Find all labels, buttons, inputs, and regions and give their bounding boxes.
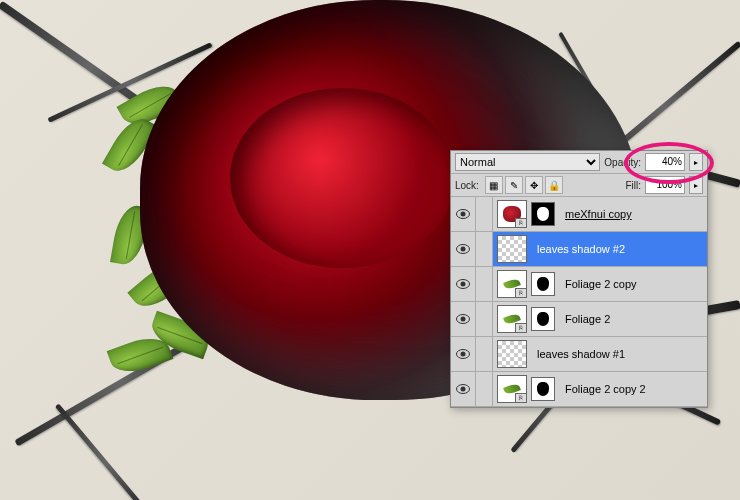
opacity-flyout-icon[interactable]: ▸ bbox=[689, 153, 703, 171]
lock-fill-row: Lock: ▦ ✎ ✥ 🔒 Fill: 100% ▸ bbox=[451, 174, 707, 197]
layer-row[interactable]: ⎘meXfnui copy bbox=[451, 197, 707, 232]
svg-point-9 bbox=[461, 352, 466, 357]
layer-thumbnail[interactable]: ⎘ bbox=[497, 375, 527, 403]
svg-point-1 bbox=[461, 212, 466, 217]
layer-row[interactable]: ⎘Foliage 2 bbox=[451, 302, 707, 337]
svg-point-7 bbox=[461, 317, 466, 322]
visibility-eye-icon[interactable] bbox=[451, 232, 476, 266]
lock-transparency-icon[interactable]: ▦ bbox=[485, 176, 503, 194]
layer-mask-thumbnail[interactable] bbox=[531, 202, 555, 226]
layer-badge-icon: ⎘ bbox=[515, 218, 527, 228]
fill-value-field[interactable]: 100% bbox=[645, 176, 685, 194]
layer-badge-icon: ⎘ bbox=[515, 323, 527, 333]
layer-badge-icon: ⎘ bbox=[515, 393, 527, 403]
layer-mask-thumbnail[interactable] bbox=[531, 272, 555, 296]
layer-thumbnails: ⎘ bbox=[493, 305, 559, 333]
layer-row[interactable]: leaves shadow #1 bbox=[451, 337, 707, 372]
link-column[interactable] bbox=[476, 302, 493, 336]
layer-thumbnail[interactable]: ⎘ bbox=[497, 270, 527, 298]
blend-opacity-row: Normal Opacity: 40% ▸ bbox=[451, 151, 707, 174]
lock-pixels-icon[interactable]: ✎ bbox=[505, 176, 523, 194]
visibility-eye-icon[interactable] bbox=[451, 197, 476, 231]
opacity-value-field[interactable]: 40% bbox=[645, 153, 685, 171]
layer-thumbnails: ⎘ bbox=[493, 200, 559, 228]
layer-thumbnails: ⎘ bbox=[493, 270, 559, 298]
layer-row[interactable]: ⎘Foliage 2 copy bbox=[451, 267, 707, 302]
layer-mask-thumbnail[interactable] bbox=[531, 307, 555, 331]
layer-name-label[interactable]: meXfnui copy bbox=[565, 208, 632, 220]
link-column[interactable] bbox=[476, 232, 493, 266]
layer-mask-thumbnail[interactable] bbox=[531, 377, 555, 401]
visibility-eye-icon[interactable] bbox=[451, 337, 476, 371]
layers-panel: Normal Opacity: 40% ▸ Lock: ▦ ✎ ✥ 🔒 Fill… bbox=[450, 150, 708, 408]
layer-thumbnail[interactable] bbox=[497, 235, 527, 263]
layer-name-label[interactable]: Foliage 2 copy 2 bbox=[565, 383, 646, 395]
svg-point-5 bbox=[461, 282, 466, 287]
link-column[interactable] bbox=[476, 267, 493, 301]
opacity-label: Opacity: bbox=[604, 157, 641, 168]
layer-row[interactable]: leaves shadow #2 bbox=[451, 232, 707, 267]
visibility-eye-icon[interactable] bbox=[451, 372, 476, 406]
layer-name-label[interactable]: Foliage 2 copy bbox=[565, 278, 637, 290]
branch-graphic bbox=[55, 403, 155, 500]
layer-name-label[interactable]: leaves shadow #2 bbox=[537, 243, 625, 255]
fill-flyout-icon[interactable]: ▸ bbox=[689, 176, 703, 194]
svg-point-3 bbox=[461, 247, 466, 252]
lock-all-icon[interactable]: 🔒 bbox=[545, 176, 563, 194]
link-column[interactable] bbox=[476, 197, 493, 231]
layer-thumbnail[interactable] bbox=[497, 340, 527, 368]
layer-thumbnail[interactable]: ⎘ bbox=[497, 305, 527, 333]
layer-name-label[interactable]: leaves shadow #1 bbox=[537, 348, 625, 360]
lock-label: Lock: bbox=[455, 180, 479, 191]
link-column[interactable] bbox=[476, 372, 493, 406]
lock-buttons: ▦ ✎ ✥ 🔒 bbox=[485, 176, 563, 194]
layer-badge-icon: ⎘ bbox=[515, 288, 527, 298]
visibility-eye-icon[interactable] bbox=[451, 267, 476, 301]
layer-thumbnails bbox=[493, 340, 531, 368]
layer-thumbnail[interactable]: ⎘ bbox=[497, 200, 527, 228]
layer-name-label[interactable]: Foliage 2 bbox=[565, 313, 610, 325]
lock-position-icon[interactable]: ✥ bbox=[525, 176, 543, 194]
visibility-eye-icon[interactable] bbox=[451, 302, 476, 336]
svg-point-11 bbox=[461, 387, 466, 392]
layer-thumbnails: ⎘ bbox=[493, 375, 559, 403]
layer-row[interactable]: ⎘Foliage 2 copy 2 bbox=[451, 372, 707, 407]
fill-label: Fill: bbox=[625, 180, 641, 191]
blend-mode-select[interactable]: Normal bbox=[455, 153, 600, 171]
layer-thumbnails bbox=[493, 235, 531, 263]
link-column[interactable] bbox=[476, 337, 493, 371]
